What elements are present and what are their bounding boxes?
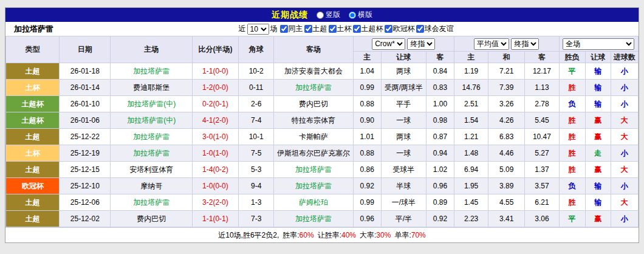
result-cell: 胜 [559,194,585,211]
handicap-cell: 受两/两球半 [381,80,426,96]
odds-source-select[interactable]: Crow* [372,38,405,50]
sub-header-odds-home: 主 [353,52,381,63]
filter-controls: 近 10 场 同主土超土杯土超杯欧冠杯球会友谊 [53,24,639,35]
avg-draw-cell: 7.39 [488,80,525,96]
scope-select[interactable]: 全场 [563,38,634,50]
avg-final-select[interactable]: 终指 [511,38,539,50]
handicap-result-cell: 走 [585,145,611,162]
type-cell: 欧冠杯 [6,178,60,194]
home-team-cell: 加拉塔萨雷(中) [111,112,192,129]
home-team-cell: 加拉塔萨雷 [111,63,192,80]
date-cell: 25-12-10 [60,178,111,194]
handicap-cell: 平/半 [381,211,426,227]
avg-home-cell: 2.23 [454,211,488,227]
match-row: 土超25-12-15安塔利亚体育1-4(0-2)5-3加拉塔萨雷0.86受球半1… [6,162,639,178]
filter-checkbox-input-0[interactable] [280,25,288,33]
odds-away-cell: 0.89 [426,194,454,211]
match-row: 土杯26-01-14费迪耶斯堡1-2(0-0)0-11加拉塔萨雷0.99受两/两… [6,80,639,96]
avg-draw-cell: 5.09 [488,162,525,178]
result-cell: 平 [559,211,585,227]
avg-draw-cell: 4.55 [488,194,525,211]
avg-select[interactable]: 平均值 [474,38,509,50]
result-cell: 胜 [559,145,585,162]
filter-checkbox-input-4[interactable] [385,25,392,33]
avg-draw-cell: 4.26 [488,112,525,129]
odds-home-cell: 0.92 [353,178,381,194]
away-team-cell: 卡斯帕萨 [274,129,353,145]
handicap-cell: 两球 [381,129,426,145]
col-header-type: 类型 [6,36,60,63]
filter-checkbox-input-5[interactable] [416,25,424,33]
score-cell: 1-4(0-2) [192,162,238,178]
handicap-result-cell: 赢 [585,211,611,227]
date-cell: 26-01-06 [60,112,111,129]
filter-checkbox-1[interactable]: 土超 [304,24,327,34]
handicap-cell: 一/球半 [381,194,426,211]
result-cell: 胜 [559,162,585,178]
filter-checkbox-3[interactable]: 土超杯 [353,24,383,34]
date-cell: 25-12-02 [60,211,111,227]
handicap-result-cell: 输 [585,63,611,80]
score-cell: 1-2(0-0) [192,80,238,96]
avg-draw-cell: 3.26 [488,96,525,112]
type-cell: 土超 [6,63,60,80]
avg-home-cell: 1.19 [454,63,488,80]
score-cell: 1-0(0-0) [192,178,238,194]
filter-checkbox-5[interactable]: 球会友谊 [416,24,454,34]
col-header-home: 主场 [111,36,192,63]
match-row: 土超25-12-06加拉塔萨雷3-2(2-0)1-3萨姆松珀0.99一/球半0.… [6,194,639,211]
avg-away-cell: 3.06 [525,211,559,227]
layout-horizontal-option[interactable]: 横版 [349,10,372,20]
home-team-cell: 费内巴切 [111,211,192,227]
match-count-select[interactable]: 10 [247,24,269,35]
filter-checkbox-4[interactable]: 欧冠杯 [385,24,415,34]
score-cell: 4-1(2-0) [192,112,238,129]
handicap-result-cell: 输 [585,96,611,112]
goals-cell: 小 [611,178,638,194]
match-row: 土超杯26-01-10加拉塔萨雷(中)0-2(0-1)2-6费内巴切0.88平手… [6,96,639,112]
filter-checkbox-label-2: 土杯 [337,24,352,34]
filter-checkbox-label-4: 欧冠杯 [393,24,415,34]
layout-vertical-radio[interactable] [317,12,324,19]
away-team-cell: 加拉塔萨雷 [274,162,353,178]
filter-checkbox-input-3[interactable] [353,25,361,33]
odds-home-cell: 0.86 [353,162,381,178]
away-team-cell: 费内巴切 [274,96,353,112]
filter-checkbox-0[interactable]: 同主 [280,24,303,34]
goals-cell: 大 [611,112,638,129]
avg-draw-cell: 3.41 [488,211,525,227]
date-cell: 26-01-14 [60,80,111,96]
corner-cell: 10-1 [239,129,274,145]
score-cell: 3-2(2-0) [192,194,238,211]
odds-final-select[interactable]: 终指 [407,38,435,50]
home-team-cell: 加拉塔萨雷 [111,145,192,162]
away-team-cell: 加拉塔萨雷 [274,80,353,96]
date-cell: 26-01-10 [60,96,111,112]
odds-away-cell: 0.92 [426,211,454,227]
filter-checkbox-2[interactable]: 土杯 [329,24,352,34]
odds-away-cell: 0.96 [426,178,454,194]
result-cell: 胜 [559,112,585,129]
odds-away-cell: 0.98 [426,112,454,129]
type-cell: 土杯 [6,145,60,162]
col-header-score: 比分(半场) [192,36,238,63]
corner-cell: 7-5 [239,145,274,162]
layout-horizontal-radio[interactable] [349,12,356,19]
handicap-cell: 平手 [381,96,426,112]
home-team-cell: 费迪耶斯堡 [111,80,192,96]
avg-away-cell: 3.57 [525,178,559,194]
filter-checkbox-input-1[interactable] [304,25,312,33]
match-row: 土超25-12-22加拉塔萨雷3-0(1-0)10-1卡斯帕萨1.01两球0.8… [6,129,639,145]
type-cell: 土超 [6,211,60,227]
corner-cell: 7-4 [239,112,274,129]
layout-vertical-option[interactable]: 竖版 [317,10,340,20]
team-name: 加拉塔萨雷 [5,24,53,35]
goals-cell: 大 [611,162,638,178]
goals-cell: 小 [611,80,638,96]
summary-record: 近10场,胜6平2负2, [218,230,279,241]
win-rate: 胜率:60% [283,230,313,241]
match-table: 类型 日期 主场 比分(半场) 角球 客场 Crow* 终指 平均值 终指 全场 [5,36,639,227]
avg-draw-cell: 3.89 [488,178,525,194]
filter-checkbox-input-2[interactable] [329,25,337,33]
col-header-away: 客场 [274,36,353,63]
